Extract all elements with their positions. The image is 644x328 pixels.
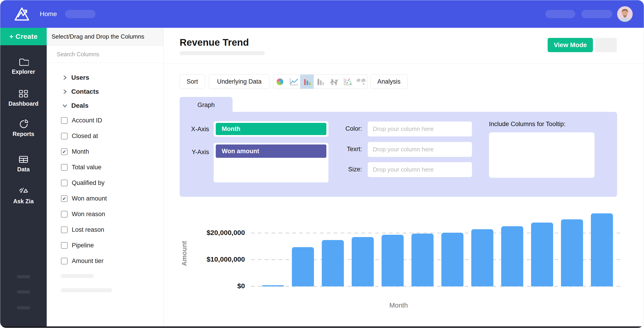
- field-checkbox[interactable]: [61, 133, 68, 140]
- chart-type-bar[interactable]: [300, 75, 314, 89]
- tab-graph[interactable]: Graph: [180, 97, 232, 113]
- chart-type-combo[interactable]: [327, 75, 341, 89]
- folder-icon: [18, 57, 29, 67]
- column-field-row[interactable]: Closed at: [47, 128, 164, 144]
- x-axis-label: X-Axis: [180, 126, 209, 133]
- column-field-row[interactable]: Pipeline: [47, 237, 164, 253]
- columns-panel: Select/Drag and Drop the Columns Users C…: [47, 28, 164, 327]
- field-checkbox[interactable]: [61, 117, 68, 124]
- field-label: Amount tier: [72, 258, 104, 265]
- tree-group-deals[interactable]: Deals: [47, 99, 164, 112]
- column-field-row[interactable]: Qualified by: [47, 175, 164, 191]
- combo-chart-icon: [329, 77, 339, 87]
- graph-config-panel: X-Axis Month Y-Axis Won amount Color: Dr…: [180, 112, 617, 197]
- sidebar-item-dashboard[interactable]: Dashboard: [0, 85, 47, 111]
- header-placeholder-button[interactable]: [595, 38, 617, 52]
- column-field-row[interactable]: Account ID: [47, 113, 164, 128]
- top-navigation-bar: Home: [0, 0, 644, 28]
- topbar-placeholder-action-1: [545, 10, 575, 18]
- column-field-row[interactable]: Won reason: [47, 206, 164, 222]
- sidebar-item-label: Explorer: [12, 68, 35, 75]
- sort-button[interactable]: Sort: [180, 74, 205, 89]
- create-button[interactable]: + Create: [0, 28, 47, 45]
- chart-type-line[interactable]: [287, 75, 300, 89]
- y-tick-label: $10,000,000: [182, 255, 245, 263]
- tree-group-label: Deals: [71, 102, 88, 109]
- page-title: Revenue Trend: [180, 37, 249, 48]
- bar-month-8[interactable]: [471, 229, 493, 286]
- bar-month-12[interactable]: [591, 213, 613, 286]
- bar-month-10[interactable]: [531, 223, 553, 286]
- sidebar-item-label: Reports: [13, 131, 34, 137]
- map-chart-icon: [356, 77, 366, 87]
- chevron-right-icon: [62, 75, 68, 80]
- field-checkbox[interactable]: [61, 226, 68, 233]
- chart-type-scatter[interactable]: [341, 75, 354, 89]
- bar-chart: Amount Month $0$10,000,000$20,000,000: [164, 202, 644, 327]
- bar-month-11[interactable]: [561, 219, 583, 286]
- field-label: Account ID: [72, 117, 102, 124]
- size-dropzone[interactable]: Drop your column here: [368, 162, 472, 177]
- y-axis-dropzone[interactable]: Won amount: [214, 143, 328, 182]
- columns-search[interactable]: [47, 46, 164, 63]
- bar-month-5[interactable]: [382, 235, 404, 286]
- color-dropzone[interactable]: Drop your column here: [368, 122, 472, 137]
- search-columns-input[interactable]: [57, 51, 164, 58]
- column-field-row[interactable]: Lost reason: [47, 222, 164, 237]
- analysis-button[interactable]: Analysis: [370, 74, 408, 89]
- sidebar-item-reports[interactable]: Reports: [0, 115, 47, 141]
- sidebar-item-ask-zia[interactable]: Ask Zia: [0, 183, 47, 208]
- zia-icon: [18, 186, 29, 196]
- sidebar-item-data[interactable]: Data: [0, 151, 47, 176]
- bar-month-6[interactable]: [412, 234, 434, 286]
- y-axis-column-pill[interactable]: Won amount: [216, 145, 326, 158]
- window-bottom-edge: [0, 327, 644, 328]
- field-checkbox[interactable]: [61, 180, 68, 186]
- analytics-logo-icon[interactable]: [13, 5, 30, 23]
- text-dropzone[interactable]: Drop your column here: [368, 142, 472, 157]
- column-chart-icon: [315, 77, 326, 87]
- bar-month-9[interactable]: [501, 226, 523, 286]
- column-field-row[interactable]: Total value: [47, 160, 164, 175]
- bar-month-4[interactable]: [352, 237, 374, 286]
- field-checkbox[interactable]: [61, 258, 68, 264]
- columns-panel-header: Select/Drag and Drop the Columns: [47, 28, 164, 46]
- tree-group-contacts[interactable]: Contacts: [47, 85, 164, 98]
- bar-month-7[interactable]: [441, 233, 464, 286]
- chart-type-map[interactable]: [354, 75, 368, 89]
- tab-home[interactable]: Home: [40, 0, 57, 28]
- subtitle-placeholder: [180, 51, 265, 55]
- y-axis-label: Y-Axis: [180, 149, 209, 156]
- main-content: Revenue Trend View Mode Sort Underlying …: [164, 28, 644, 327]
- chart-type-pie[interactable]: [273, 75, 287, 89]
- field-label: Total value: [72, 164, 102, 171]
- x-axis-dropzone[interactable]: Month: [214, 121, 328, 137]
- view-mode-button[interactable]: View Mode: [548, 38, 593, 52]
- field-checkbox[interactable]: [61, 211, 68, 217]
- tree-group-users[interactable]: Users: [47, 71, 164, 84]
- text-row-label: Texrt:: [328, 146, 362, 153]
- column-placeholder-2: [61, 288, 112, 292]
- sidebar-item-explorer[interactable]: Explorer: [0, 53, 47, 79]
- field-checkbox[interactable]: [61, 148, 68, 155]
- column-field-row[interactable]: Won amount: [47, 191, 164, 206]
- column-field-row[interactable]: Month: [47, 144, 164, 160]
- sidebar-item-label: Ask Zia: [13, 198, 34, 205]
- chart-type-column[interactable]: [314, 75, 327, 89]
- x-axis-column-pill[interactable]: Month: [216, 123, 326, 135]
- column-field-row[interactable]: Amount tier: [47, 253, 164, 269]
- user-avatar[interactable]: [617, 6, 633, 22]
- underlying-data-button[interactable]: Underlying Data: [209, 74, 270, 89]
- bar-month-1[interactable]: [262, 285, 284, 286]
- field-checkbox[interactable]: [61, 195, 68, 202]
- field-label: Qualified by: [72, 179, 105, 186]
- sidebar-item-label: Data: [17, 166, 30, 173]
- sidebar-placeholder-3: [17, 306, 30, 309]
- field-checkbox[interactable]: [61, 164, 68, 171]
- app-window: Home + Create Explo: [0, 0, 644, 328]
- header-divider: [164, 63, 644, 64]
- tooltip-columns-dropzone[interactable]: [489, 132, 594, 178]
- field-checkbox[interactable]: [61, 242, 68, 249]
- bar-month-2[interactable]: [292, 247, 314, 286]
- bar-month-3[interactable]: [322, 240, 344, 286]
